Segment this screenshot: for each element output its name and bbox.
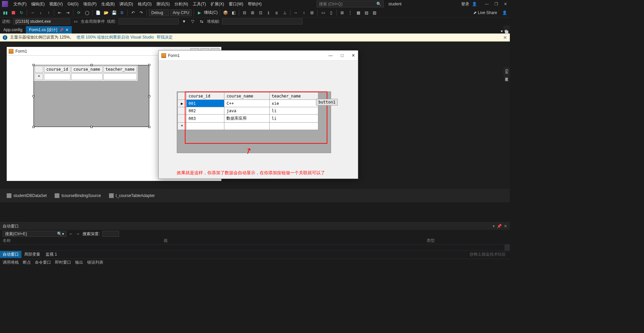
- grid-icon[interactable]: ▥: [371, 9, 378, 16]
- step-over-icon[interactable]: ↓: [37, 9, 44, 16]
- rt-max-icon[interactable]: □: [341, 53, 343, 58]
- cell[interactable]: 002: [186, 107, 224, 115]
- stackframe-dropdown[interactable]: [222, 18, 303, 24]
- space-icon[interactable]: ⊞: [309, 9, 315, 16]
- align-icon[interactable]: ⊟: [241, 9, 248, 16]
- nav-fwd-icon[interactable]: →: [76, 231, 80, 236]
- button1[interactable]: button1: [316, 99, 338, 106]
- nav-back-icon[interactable]: ←: [69, 231, 73, 236]
- filter-icon[interactable]: ▼: [181, 18, 187, 25]
- align-icon[interactable]: ⫼: [273, 9, 280, 16]
- tool-icon[interactable]: ◧: [230, 9, 237, 16]
- filter2-icon[interactable]: ▽: [190, 18, 196, 25]
- panel-dropdown-icon[interactable]: ▾: [493, 224, 495, 228]
- grid-icon[interactable]: ▦: [355, 9, 362, 16]
- platform-dropdown[interactable]: Any CPU: [170, 9, 192, 16]
- align-icon[interactable]: ⫿: [265, 9, 272, 16]
- maximize-icon[interactable]: ❐: [494, 2, 498, 6]
- cell[interactable]: 数据库应用: [224, 115, 270, 123]
- component-bindingsource[interactable]: tcourseBindingSource: [55, 193, 101, 198]
- size-icon[interactable]: ▯: [328, 9, 334, 16]
- feedback-icon[interactable]: 👤: [501, 9, 508, 16]
- menu-git[interactable]: Git(G): [65, 1, 80, 7]
- undo-icon[interactable]: ↶: [130, 9, 137, 16]
- datagrid-control[interactable]: course_id course_name teacher_name *: [34, 65, 149, 127]
- menu-tools[interactable]: 工具(T): [191, 1, 208, 8]
- solution-explorer-tab[interactable]: 解决方案资源管理器: [503, 25, 510, 29]
- login-block[interactable]: 登录 👤: [459, 1, 480, 7]
- menu-file[interactable]: 文件(F): [11, 1, 29, 8]
- status-output[interactable]: 输出: [75, 260, 83, 265]
- stop-button[interactable]: [10, 9, 17, 16]
- close-icon[interactable]: ✕: [503, 2, 508, 6]
- menu-edit[interactable]: 编辑(E): [29, 1, 47, 8]
- col-header[interactable]: teacher_name: [103, 66, 137, 73]
- col-header[interactable]: course_name: [71, 66, 102, 73]
- runtime-form-window[interactable]: Form1 ― □ ✕ course_id course_name teache…: [158, 50, 358, 179]
- size-icon[interactable]: ▭: [320, 9, 326, 16]
- status-errorlist[interactable]: 错误列表: [87, 260, 103, 265]
- grid-icon[interactable]: ⋮: [347, 9, 354, 16]
- space-icon[interactable]: ↕: [301, 9, 307, 16]
- cell[interactable]: li: [269, 115, 318, 123]
- tab-settings-icon[interactable]: ⚙: [504, 29, 508, 34]
- pause-button[interactable]: ▮▮: [2, 9, 9, 16]
- step-into-icon[interactable]: →: [29, 9, 36, 16]
- restart-100-link[interactable]: 使用 100% 缩放比例重新启动 Visual Studio: [76, 35, 154, 40]
- tab-dropdown-icon[interactable]: ▾: [501, 29, 503, 34]
- pin-icon[interactable]: 📌: [59, 28, 63, 32]
- continue-button[interactable]: ▶: [196, 9, 203, 16]
- grid-icon[interactable]: ▤: [363, 9, 370, 16]
- row-selector[interactable]: [178, 107, 186, 115]
- runtime-datagrid[interactable]: course_id course_name teacher_name ▶ 001…: [177, 91, 331, 153]
- cell[interactable]: xie: [269, 100, 318, 107]
- status-immediate[interactable]: 即时窗口: [55, 260, 71, 265]
- menu-help[interactable]: 帮助(H): [246, 1, 264, 8]
- help-decide-link[interactable]: 帮我决定: [157, 35, 173, 40]
- redo-icon[interactable]: ↷: [138, 9, 145, 16]
- panel-close-icon[interactable]: ✕: [504, 224, 507, 228]
- runtime-titlebar[interactable]: Form1 ― □ ✕: [159, 51, 358, 61]
- live-share-button[interactable]: ⬈ Live Share: [473, 10, 497, 15]
- git-changes-tab[interactable]: Git 更改: [503, 67, 510, 77]
- space-icon[interactable]: ↔: [292, 9, 299, 16]
- cell[interactable]: java: [224, 107, 270, 115]
- nav-back-icon[interactable]: ⇤: [56, 9, 63, 16]
- status-callstack[interactable]: 调用堆栈: [3, 260, 19, 265]
- col-value[interactable]: 值: [164, 238, 427, 244]
- depth-dropdown[interactable]: [102, 231, 119, 237]
- align-icon[interactable]: ⊥: [281, 9, 288, 16]
- nav-fwd-icon[interactable]: ⇥: [64, 9, 71, 16]
- refresh-icon[interactable]: ⟳: [75, 9, 82, 16]
- menu-extensions[interactable]: 扩展(X): [209, 1, 226, 8]
- component-dataset[interactable]: studentDBDataSet: [7, 193, 47, 198]
- menu-build[interactable]: 生成(B): [99, 1, 117, 8]
- row-selector[interactable]: [178, 115, 186, 123]
- menu-debug[interactable]: 调试(D): [117, 1, 135, 8]
- align-icon[interactable]: ⊞: [249, 9, 256, 16]
- col-header[interactable]: course_id: [44, 66, 70, 73]
- global-search-input[interactable]: 搜索 (Ctrl+Q) 🔍: [317, 1, 384, 7]
- row-selector[interactable]: ▶: [178, 100, 186, 107]
- close-tab-icon[interactable]: ✕: [65, 28, 68, 32]
- tool-icon[interactable]: 📦: [222, 9, 229, 16]
- ptab-locals[interactable]: 局部变量: [21, 251, 43, 258]
- cell[interactable]: li: [269, 107, 318, 115]
- tab-appconfig[interactable]: App.config: [0, 26, 26, 34]
- status-command[interactable]: 命令窗口: [35, 260, 51, 265]
- save-icon[interactable]: 💾: [111, 9, 117, 16]
- menu-format[interactable]: 格式(O): [136, 1, 154, 8]
- process-dropdown[interactable]: [21316] student.exe: [13, 18, 70, 24]
- step-out-icon[interactable]: ↑: [45, 9, 52, 16]
- save-all-icon[interactable]: 🗎: [119, 9, 125, 16]
- rt-col-header[interactable]: teacher_name: [269, 92, 318, 100]
- menu-analyze[interactable]: 分析(N): [172, 1, 190, 8]
- thread-dropdown[interactable]: [118, 18, 179, 24]
- col-type[interactable]: 类型: [427, 238, 507, 244]
- align-icon[interactable]: ⊡: [257, 9, 264, 16]
- col-name[interactable]: 名称: [3, 238, 164, 244]
- cell[interactable]: C++: [224, 100, 270, 107]
- panel-titlebar[interactable]: 自动窗口 ▾ 📌 ✕: [0, 222, 510, 230]
- menu-project[interactable]: 项目(P): [81, 1, 99, 8]
- new-icon[interactable]: 📄: [95, 9, 101, 16]
